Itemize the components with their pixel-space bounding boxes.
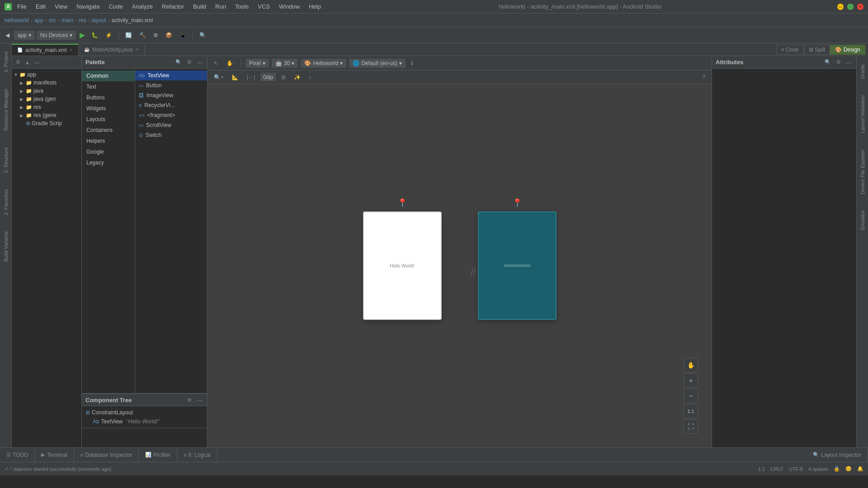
palette-item-switch[interactable]: ⊙ Switch xyxy=(135,130,207,140)
canvas-select-btn[interactable]: ↖ xyxy=(211,59,221,68)
bottom-tab-database[interactable]: ≡ Database Inspector xyxy=(74,448,139,462)
tree-constraint-layout[interactable]: ⊞ ConstraintLayout xyxy=(85,408,203,417)
tree-item-app[interactable]: ▼ 📁 app xyxy=(12,70,81,79)
debug-btn[interactable]: 🐛 xyxy=(89,31,101,40)
canvas-info-btn[interactable]: ℹ xyxy=(408,59,416,68)
back-btn[interactable]: ◀ xyxy=(3,31,12,40)
breadcrumb-file[interactable]: activity_main.xml xyxy=(112,17,153,23)
magic-wand-btn[interactable]: ✨ xyxy=(291,73,303,82)
side-tab-build-variants[interactable]: Build Variants xyxy=(1,228,10,265)
menu-tools[interactable]: Tools xyxy=(233,2,250,11)
palette-cat-text[interactable]: Text xyxy=(82,81,135,92)
palette-collapse-btn[interactable]: — xyxy=(196,59,203,66)
bottom-tab-logcat[interactable]: ≡ 6: Logcat xyxy=(177,448,217,462)
bottom-tab-layout-inspector[interactable]: 🔍 Layout Inspector xyxy=(807,448,868,462)
tree-item-res-gen[interactable]: ▶ 📁 res (gene xyxy=(12,111,81,119)
bottom-tab-profiler[interactable]: 📊 Profiler xyxy=(139,448,177,462)
minimize-button[interactable]: — xyxy=(837,4,844,10)
sync-btn[interactable]: 🔄 xyxy=(123,31,135,40)
breadcrumb-app[interactable]: app xyxy=(34,17,43,23)
side-tab-resource-manager[interactable]: Resource Manager xyxy=(1,85,10,135)
project-settings-btn[interactable]: ⚙ xyxy=(14,58,22,66)
file-tab-mainactivity-close[interactable]: ✕ xyxy=(135,47,139,52)
tree-textview[interactable]: Ab TextView "Hello World!" xyxy=(93,417,203,426)
zoom-fit-btn[interactable]: 1:1 xyxy=(684,404,698,418)
file-tab-mainactivity[interactable]: ☕ MainActivity.java ✕ xyxy=(79,44,144,56)
split-view-btn[interactable]: ⊞ Split xyxy=(804,45,830,55)
breadcrumb-layout[interactable]: layout xyxy=(92,17,106,23)
tree-item-java[interactable]: ▶ 📁 java xyxy=(12,87,81,95)
locale-selector[interactable]: 🌐 Default (en-us) ▾ xyxy=(349,59,405,68)
palette-cat-widgets[interactable]: Widgets xyxy=(82,103,135,114)
project-expand-btn[interactable]: — xyxy=(33,59,41,66)
menu-navigate[interactable]: Navigate xyxy=(75,2,101,11)
palette-item-button[interactable]: ▭ Button xyxy=(135,80,207,90)
side-tab-emulator[interactable]: Emulator xyxy=(858,206,867,234)
attributes-settings-btn[interactable]: ⚙ xyxy=(835,58,842,66)
file-tab-activity-main[interactable]: 📄 activity_main.xml ✕ xyxy=(12,44,79,56)
menu-build[interactable]: Build xyxy=(191,2,208,11)
component-tree-settings-btn[interactable]: ⚙ xyxy=(186,396,193,404)
zoom-in-btn[interactable]: + xyxy=(684,373,698,388)
file-tab-close[interactable]: ✕ xyxy=(69,47,73,52)
palette-cat-layouts[interactable]: Layouts xyxy=(82,114,135,125)
menu-window[interactable]: Window xyxy=(277,2,302,11)
margin-value[interactable]: 0dp xyxy=(260,73,276,81)
menu-code[interactable]: Code xyxy=(107,2,125,11)
component-tree-collapse-btn[interactable]: — xyxy=(196,396,203,404)
search-everywhere-btn[interactable]: 🔍 xyxy=(197,31,209,40)
project-collapse-btn[interactable]: ▲ xyxy=(24,59,31,66)
attributes-search-btn[interactable]: 🔍 xyxy=(823,58,832,66)
side-tab-device-file-explorer[interactable]: Device File Explorer xyxy=(858,146,867,197)
canvas-pan-btn[interactable]: ✋ xyxy=(224,59,236,68)
hand-tool-btn[interactable]: ✋ xyxy=(684,358,698,372)
menu-run[interactable]: Run xyxy=(213,2,228,11)
palette-cat-buttons[interactable]: Buttons xyxy=(82,92,135,103)
bottom-tab-terminal[interactable]: ▶ Terminal xyxy=(35,448,74,462)
menu-file[interactable]: File xyxy=(15,2,28,11)
palette-cat-google[interactable]: Google xyxy=(82,146,135,157)
palette-cat-legacy[interactable]: Legacy xyxy=(82,157,135,168)
profile-btn[interactable]: ⚡ xyxy=(103,31,115,40)
menu-edit[interactable]: Edit xyxy=(34,2,47,11)
tree-item-gradle[interactable]: ⚙ Gradle Scrip xyxy=(12,119,81,127)
menu-help[interactable]: Help xyxy=(307,2,323,11)
zoom-fullscreen-btn[interactable]: ⛶ xyxy=(684,419,698,434)
palette-item-scrollview[interactable]: ▭ ScrollView xyxy=(135,120,207,130)
zoom-out-btn[interactable]: − xyxy=(684,389,698,403)
run-button[interactable]: ▶ xyxy=(78,30,87,40)
menu-analyze[interactable]: Analyze xyxy=(130,2,155,11)
device-selector-canvas[interactable]: Pixel ▾ xyxy=(245,59,269,68)
app-selector[interactable]: app ▾ xyxy=(14,31,35,40)
palette-search-btn[interactable]: 🔍 xyxy=(174,58,183,66)
avd-manager-btn[interactable]: 📱 xyxy=(177,31,189,40)
side-tab-structure[interactable]: 2: Structure xyxy=(1,144,10,177)
palette-cat-containers[interactable]: Containers xyxy=(82,125,135,136)
theme-selector[interactable]: 🎨 Helloworld ▾ xyxy=(301,59,346,68)
api-selector[interactable]: 🤖 30 ▾ xyxy=(272,59,298,68)
menu-refactor[interactable]: Refactor xyxy=(160,2,186,11)
status-position[interactable]: 1:1 xyxy=(758,466,765,472)
side-tab-layout-validation[interactable]: Layout Validation xyxy=(858,92,867,137)
side-tab-favorites[interactable]: 2: Favorites xyxy=(1,186,10,219)
breadcrumb-src[interactable]: src xyxy=(49,17,56,23)
sdk-manager-btn[interactable]: 📦 xyxy=(163,31,175,40)
toggle-btn[interactable]: ⊞ xyxy=(278,73,288,82)
device-selector[interactable]: No Devices ▾ xyxy=(37,31,76,40)
breadcrumb-main[interactable]: main xyxy=(61,17,73,23)
palette-cat-helpers[interactable]: Helpers xyxy=(82,136,135,146)
palette-item-imageview[interactable]: 🖼 ImageView xyxy=(135,90,207,100)
close-button[interactable]: ✕ xyxy=(857,4,863,10)
menu-vcs[interactable]: VCS xyxy=(256,2,272,11)
status-indent[interactable]: 4 spaces xyxy=(808,466,828,472)
status-charset[interactable]: UTF-8 xyxy=(789,466,803,472)
palette-item-recyclerview[interactable]: ≡ RecyclerVi... xyxy=(135,100,207,110)
align-btn[interactable]: ↕ xyxy=(306,73,314,82)
code-view-btn[interactable]: ≡ Code xyxy=(776,45,804,55)
palette-settings-btn[interactable]: ⚙ xyxy=(186,58,193,66)
blueprint-btn[interactable]: 📐 xyxy=(229,73,241,82)
maximize-button[interactable]: □ xyxy=(847,4,854,10)
palette-cat-common[interactable]: Common xyxy=(82,70,135,81)
design-view-btn[interactable]: 🎨 Design xyxy=(830,45,865,55)
settings-btn[interactable]: ⚙ xyxy=(151,31,161,40)
